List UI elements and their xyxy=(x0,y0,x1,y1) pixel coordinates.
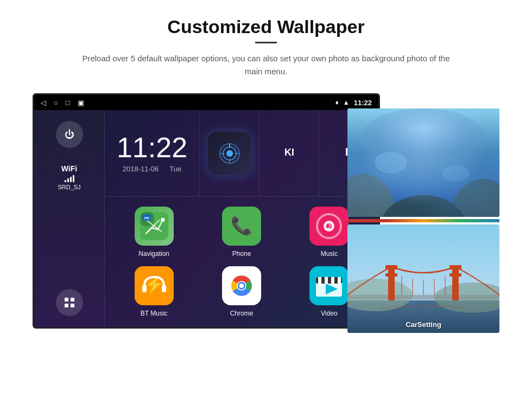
video-svg xyxy=(309,266,349,305)
svg-rect-57 xyxy=(347,295,499,299)
svg-rect-3 xyxy=(71,304,74,307)
svg-rect-58 xyxy=(388,265,395,300)
svg-rect-1 xyxy=(71,298,74,301)
svg-point-6 xyxy=(226,150,233,157)
svg-text:♪: ♪ xyxy=(326,220,332,232)
chrome-label: Chrome xyxy=(230,310,254,317)
screen-body: ⏻ WiFi SRD_SJ xyxy=(34,110,378,327)
wifi-label: WiFi xyxy=(61,164,77,173)
btmusic-svg: ⚡ xyxy=(135,266,174,305)
radio-icon-box[interactable] xyxy=(199,110,259,196)
date-display: 2018-11-06 xyxy=(123,165,159,173)
status-right: ♦ ▲ 11:22 xyxy=(335,99,372,107)
svg-rect-63 xyxy=(449,273,461,277)
svg-rect-61 xyxy=(452,265,459,300)
navigation-svg: 280 xyxy=(140,212,168,240)
title-underline xyxy=(255,42,277,43)
ki-icon-box[interactable]: KI xyxy=(259,110,319,196)
app-grid: 280 Navigation xyxy=(105,197,378,327)
carsetting-label: CarSetting xyxy=(406,320,441,329)
music-label: Music xyxy=(321,250,338,258)
grid-button[interactable] xyxy=(56,289,83,316)
svg-rect-60 xyxy=(385,273,397,277)
bt-music-icon: ⚡ xyxy=(135,266,174,305)
ki-icon: KI xyxy=(277,139,301,167)
svg-rect-31 xyxy=(142,285,147,292)
svg-point-49 xyxy=(451,179,499,217)
svg-text:KI: KI xyxy=(284,147,294,158)
app-item-phone[interactable]: 📞 Phone xyxy=(198,202,285,262)
main-content: 11:22 2018-11-06 Tue xyxy=(105,110,378,327)
phone-svg: 📞 xyxy=(222,207,261,246)
svg-point-48 xyxy=(347,174,396,217)
wifi-bar-4 xyxy=(73,175,74,182)
video-label: Video xyxy=(321,310,337,317)
svg-rect-43 xyxy=(331,277,334,284)
wifi-bar-3 xyxy=(70,177,72,182)
wallpaper-golden-gate[interactable]: CarSetting xyxy=(347,224,499,333)
clock-display: 11:22 xyxy=(117,133,187,162)
status-bar: ◁ ○ □ ▣ ♦ ▲ 11:22 xyxy=(34,95,378,110)
svg-point-50 xyxy=(380,195,467,217)
svg-text:📞: 📞 xyxy=(231,215,252,236)
wifi-info: WiFi SRD_SJ xyxy=(58,164,80,190)
wifi-bars xyxy=(65,175,74,182)
svg-point-21 xyxy=(161,218,164,222)
time-section: 11:22 2018-11-06 Tue xyxy=(105,110,199,196)
wifi-signal-icon: ▲ xyxy=(343,99,350,106)
navigation-icon: 280 xyxy=(135,207,174,246)
chrome-svg xyxy=(227,272,256,300)
svg-rect-44 xyxy=(338,277,341,284)
device-screen: ◁ ○ □ ▣ ♦ ▲ 11:22 ⏻ WiFi xyxy=(33,93,380,329)
music-icon: ♪ xyxy=(309,207,349,246)
date-row: 2018-11-06 Tue xyxy=(123,165,181,173)
back-icon[interactable]: ◁ xyxy=(41,99,46,107)
content-area: ◁ ○ □ ▣ ♦ ▲ 11:22 ⏻ WiFi xyxy=(33,93,499,329)
wifi-network: SRD_SJ xyxy=(58,184,80,190)
page-subtitle: Preload over 5 default wallpaper options… xyxy=(76,52,456,78)
svg-point-47 xyxy=(358,108,489,174)
svg-text:280: 280 xyxy=(144,216,149,220)
ice-cave-bg xyxy=(347,108,499,217)
wifi-bar-2 xyxy=(67,178,69,182)
status-left: ◁ ○ □ ▣ xyxy=(41,99,84,107)
day-display: Tue xyxy=(169,165,181,173)
ice-cave-svg xyxy=(347,108,499,217)
radio-icon xyxy=(208,132,251,175)
music-svg: ♪ xyxy=(309,207,349,246)
svg-point-51 xyxy=(375,152,407,174)
golden-gate-svg xyxy=(347,224,499,333)
svg-rect-41 xyxy=(318,277,321,284)
screenshot-icon[interactable]: ▣ xyxy=(78,99,84,107)
chrome-icon xyxy=(222,266,261,305)
phone-label: Phone xyxy=(232,250,251,258)
recents-icon[interactable]: □ xyxy=(66,99,70,107)
svg-rect-2 xyxy=(65,304,68,307)
status-time: 11:22 xyxy=(354,99,372,107)
color-strip xyxy=(347,219,499,222)
home-icon[interactable]: ○ xyxy=(54,99,58,107)
wallpaper-ice-cave[interactable] xyxy=(347,108,499,217)
svg-point-52 xyxy=(442,165,470,182)
phone-icon: 📞 xyxy=(222,207,261,246)
top-section: 11:22 2018-11-06 Tue xyxy=(105,110,378,197)
radio-svg xyxy=(218,142,242,165)
svg-rect-0 xyxy=(65,298,68,301)
svg-rect-32 xyxy=(162,285,166,292)
wifi-bar-1 xyxy=(65,180,66,182)
app-item-chrome[interactable]: Chrome xyxy=(198,262,285,322)
app-item-btmusic[interactable]: ⚡ BT Music xyxy=(110,262,198,322)
btmusic-label: BT Music xyxy=(141,310,168,317)
navigation-label: Navigation xyxy=(138,250,169,258)
page-title: Customized Wallpaper xyxy=(167,16,364,37)
svg-point-37 xyxy=(239,284,244,288)
app-item-navigation[interactable]: 280 Navigation xyxy=(110,202,198,262)
wallpaper-panels: CarSetting xyxy=(347,108,499,333)
video-icon xyxy=(309,266,349,305)
ki-svg: KI xyxy=(277,139,301,163)
svg-rect-46 xyxy=(347,108,499,217)
sidebar: ⏻ WiFi SRD_SJ xyxy=(34,110,105,327)
power-button[interactable]: ⏻ xyxy=(56,121,83,148)
grid-icon xyxy=(63,296,76,309)
location-icon: ♦ xyxy=(335,99,339,106)
